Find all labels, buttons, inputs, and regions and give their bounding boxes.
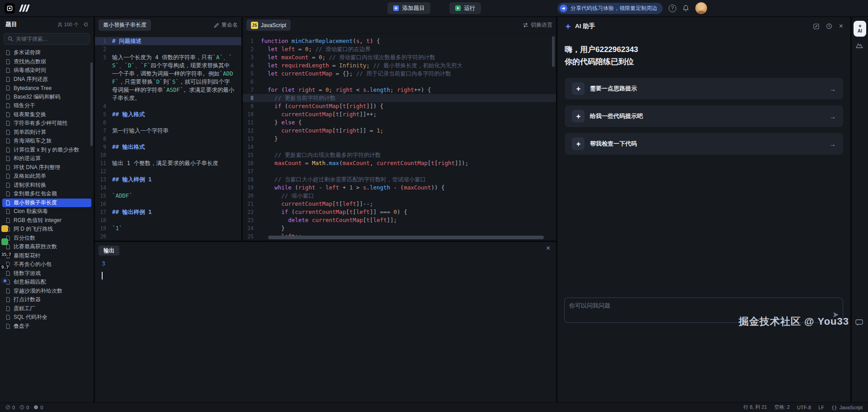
- overlay-widget-green[interactable]: [1, 238, 8, 245]
- history-icon[interactable]: [826, 23, 832, 29]
- sidebar-problem-item[interactable]: 链表聚集交换: [2, 110, 91, 119]
- sidebar-problem-item[interactable]: 蛋糕工厂: [2, 304, 91, 313]
- add-problem-button[interactable]: 添加题目: [387, 2, 430, 14]
- ai-prompt-button[interactable]: 给我一些代码提示吧→: [565, 105, 843, 127]
- ai-input-box[interactable]: [564, 298, 843, 323]
- sidebar-problem-item[interactable]: 进制求和转换: [2, 181, 91, 190]
- code-line: 6: [243, 78, 556, 86]
- collapse-sidebar-icon[interactable]: [82, 22, 88, 27]
- sidebar-scrollbar[interactable]: [90, 62, 93, 146]
- overlay-value-2-text: 9.7: [1, 265, 9, 270]
- sidebar-problem-item[interactable]: Base32 编码和解码: [2, 93, 91, 102]
- code-line: 22 if (currentCountMap[t[left]] === 0) {: [243, 208, 556, 216]
- sidebar-problem-item[interactable]: 叠盘子: [2, 322, 91, 331]
- send-icon[interactable]: [833, 312, 839, 320]
- ai-prompt-list: 需要一点思路提示→给我一些代码提示吧→帮我检查一下代码→: [557, 70, 850, 163]
- sidebar-problem-item[interactable]: 多米诺骨牌: [2, 48, 91, 57]
- sidebar-problem-item[interactable]: 穿越沙漠的补给次数: [2, 287, 91, 296]
- user-avatar[interactable]: [695, 2, 707, 14]
- cursor-position[interactable]: 行 8, 列 21: [743, 404, 767, 411]
- errors-indicator[interactable]: 0: [5, 405, 15, 410]
- warnings-indicator[interactable]: 0: [19, 405, 29, 410]
- rename-label: 重命名: [222, 21, 238, 29]
- ai-toggle-button[interactable]: AI: [854, 21, 866, 37]
- sidebar-problem-item[interactable]: 拿到最多红包金额: [2, 189, 91, 199]
- sidebar-problem-item[interactable]: 及格如此简单: [2, 172, 91, 181]
- eol-setting[interactable]: LF: [818, 405, 824, 410]
- overlay-value-2[interactable]: 9.7: [0, 265, 10, 270]
- horizontal-scrollbar[interactable]: [268, 236, 544, 239]
- code-line: 19 while (right - left + 1 > s.length - …: [243, 184, 556, 192]
- sidebar-problem-item[interactable]: SQL 代码补全: [2, 313, 91, 322]
- problem-item-label: 计算位置 x 到 y 的最少步数: [14, 146, 79, 154]
- sidebar-problem-item[interactable]: 和的逆运算: [2, 154, 91, 163]
- document-icon: [5, 218, 10, 223]
- switch-language-button[interactable]: 切换语言: [523, 21, 552, 29]
- problem-item-label: 猫鱼分干: [14, 102, 35, 109]
- code-line: 2 let left = 0; // 滑动窗口的左边界: [243, 45, 556, 53]
- problem-tab[interactable]: 最小替换子串长度: [99, 19, 151, 31]
- sidebar-problem-item[interactable]: 查找热点数据: [2, 57, 91, 66]
- info-indicator[interactable]: 0: [33, 405, 43, 410]
- language-tab[interactable]: JS JavaScript: [246, 19, 291, 31]
- close-output-icon[interactable]: ×: [546, 245, 550, 252]
- ai-prompt-button[interactable]: 帮我检查一下代码→: [565, 133, 843, 155]
- language-mode[interactable]: {} JavaScript: [831, 405, 863, 410]
- vertical-scrollbar[interactable]: [552, 36, 555, 67]
- sidebar-problem-item[interactable]: Cion 勒索病毒: [2, 207, 91, 216]
- sidebar-problem-item[interactable]: 不再贪心的小包: [2, 260, 91, 269]
- sidebar-problem-item[interactable]: 创意标题匹配: [2, 278, 91, 287]
- sidebar-problem-item[interactable]: 阿 D 的飞行路线: [2, 225, 91, 234]
- sidebar-problem-item[interactable]: 病毒感染时间: [2, 66, 91, 75]
- brand-slashes-logo[interactable]: [20, 4, 28, 12]
- sidebar-problem-item[interactable]: Bytedance Tree: [2, 84, 91, 93]
- indent-setting[interactable]: 空格: 2: [774, 404, 790, 411]
- close-ai-panel-icon[interactable]: ×: [839, 23, 843, 30]
- problem-description-editor[interactable]: 1# 问题描述23输入一个长度为 4 倍数的字符串，只有`A`、`S`、`D`、…: [95, 33, 241, 241]
- sidebar-problem-item[interactable]: 暴雨梨花针: [2, 251, 91, 260]
- mountain-icon[interactable]: [855, 42, 863, 49]
- sidebar-problem-item[interactable]: 比赛最高获胜次数: [2, 242, 91, 251]
- overlay-widget-yellow[interactable]: [1, 225, 8, 232]
- code-editor[interactable]: 1function minCharReplacement(s, t) {2 le…: [243, 33, 556, 241]
- sidebar-problem-item[interactable]: 打点计数器: [2, 295, 91, 304]
- problem-item-label: 创意标题匹配: [14, 278, 46, 286]
- search-input[interactable]: [16, 36, 86, 42]
- sidebar-problem-item[interactable]: 环状 DNA 序列整理: [2, 163, 91, 172]
- sidebar-problem-item[interactable]: 青海湖租车之旅: [2, 137, 91, 146]
- sidebar-problem-item[interactable]: 猜数字游戏: [2, 269, 91, 278]
- markdown-line: 13## 输入样例 1: [95, 175, 241, 184]
- encoding-setting[interactable]: UTF-8: [797, 405, 811, 410]
- javascript-icon: JS: [251, 22, 258, 29]
- sidebar-problem-item[interactable]: DNA 序列还原: [2, 75, 91, 84]
- notification-bell-icon[interactable]: [682, 5, 689, 12]
- new-chat-icon[interactable]: [813, 24, 819, 29]
- sidebar-problem-item[interactable]: 百分位数: [2, 234, 91, 243]
- topbar-right: 分享代码练习体验，领限量定制周边 ?: [557, 2, 707, 14]
- problem-count: 共 100 个: [58, 21, 79, 28]
- search-box[interactable]: [4, 33, 90, 45]
- output-tab[interactable]: 输出: [99, 246, 119, 256]
- overlay-value-1[interactable]: 35.7: [0, 252, 13, 257]
- sidebar-problem-item[interactable]: 最小替换子串长度: [2, 199, 91, 208]
- document-icon: [5, 156, 10, 161]
- rename-button[interactable]: 重命名: [214, 21, 238, 29]
- sidebar-problem-item[interactable]: 字符串有多少种可能性: [2, 119, 91, 128]
- feedback-chat-icon[interactable]: [855, 319, 863, 326]
- sidebar-problem-item[interactable]: 简单四则计算: [2, 128, 91, 137]
- markdown-line: 16: [95, 200, 241, 208]
- document-icon: [5, 173, 10, 179]
- help-icon[interactable]: ?: [669, 5, 676, 12]
- sidebar-problem-item[interactable]: RGB 色值转 Integer: [2, 216, 91, 225]
- document-icon: [5, 67, 10, 73]
- ai-question-input[interactable]: [569, 302, 832, 319]
- sidebar-problem-item[interactable]: 猫鱼分干: [2, 101, 91, 110]
- markdown-line: 18: [95, 216, 241, 224]
- run-button[interactable]: 运行: [449, 2, 481, 14]
- ai-prompt-button[interactable]: 需要一点思路提示→: [565, 78, 843, 99]
- overlay-widget-dark[interactable]: [1, 277, 8, 284]
- app-logo[interactable]: [5, 3, 15, 14]
- sidebar-problem-item[interactable]: 计算位置 x 到 y 的最少步数: [2, 146, 91, 155]
- markdown-line: 12: [95, 167, 241, 175]
- promo-banner[interactable]: 分享代码练习体验，领限量定制周边: [557, 3, 663, 14]
